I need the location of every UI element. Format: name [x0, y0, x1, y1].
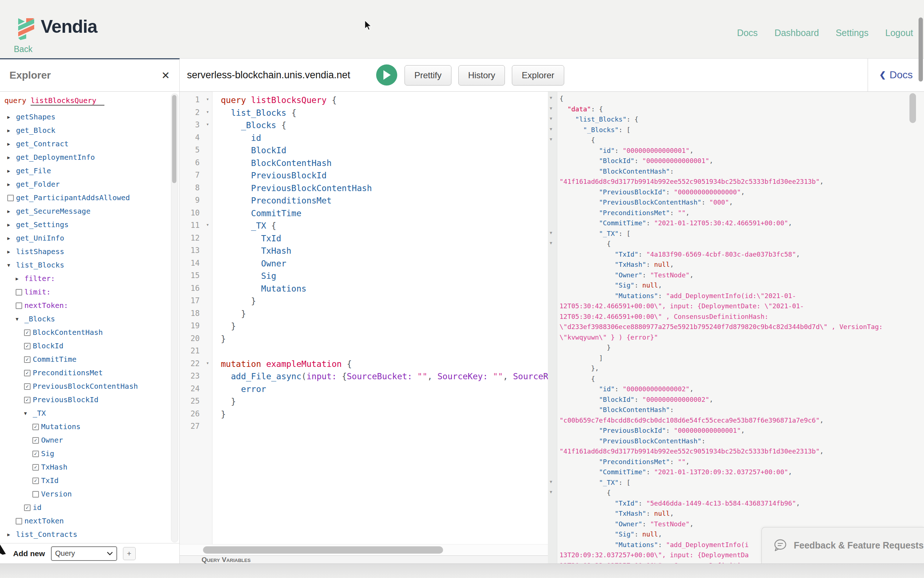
- nav-logout-link[interactable]: Logout: [885, 28, 913, 38]
- history-button[interactable]: History: [458, 65, 505, 86]
- nav-settings-link[interactable]: Settings: [836, 28, 868, 38]
- results-scrollbar-thumb[interactable]: [909, 93, 916, 123]
- code-line-16[interactable]: Mutations: [221, 284, 548, 296]
- explorer-tree-row-Mutations[interactable]: ✓Mutations: [0, 420, 170, 434]
- explorer-tree-row-Version[interactable]: Version: [0, 487, 170, 501]
- editor-code-area[interactable]: query listBlocksQuery { list_Blocks { _B…: [213, 92, 548, 544]
- explorer-tree-row-get_File[interactable]: ▶get_File: [0, 164, 170, 178]
- close-icon[interactable]: ✕: [162, 70, 170, 81]
- code-line-25[interactable]: }: [221, 397, 548, 409]
- code-line-22[interactable]: mutation exampleMutation {: [221, 359, 548, 372]
- explorer-scrollbar[interactable]: [171, 94, 178, 542]
- code-line-23[interactable]: add_File_async(input: {SourceBucket: "",…: [221, 372, 548, 384]
- checkbox-checked-icon[interactable]: ✓: [32, 424, 41, 430]
- checkbox-checked-icon[interactable]: ✓: [24, 370, 33, 377]
- add-new-plus-button[interactable]: +: [123, 547, 136, 560]
- chevron-down-icon[interactable]: ▼: [7, 258, 16, 272]
- explorer-tree-row-PreviousBlockId[interactable]: ✓PreviousBlockId: [0, 393, 170, 407]
- explorer-tree-row-get_ParticipantAddsAllowed[interactable]: get_ParticipantAddsAllowed: [0, 191, 170, 205]
- code-line-8[interactable]: PreviousBlockContentHash: [221, 183, 548, 196]
- code-line-7[interactable]: PreviousBlockId: [221, 171, 548, 183]
- fold-arrow-icon[interactable]: ▾: [550, 115, 552, 121]
- prettify-button[interactable]: Prettify: [405, 65, 451, 86]
- code-line-12[interactable]: TxId: [221, 234, 548, 246]
- code-line-27[interactable]: [221, 422, 548, 434]
- fold-arrow-icon[interactable]: ▾: [550, 136, 552, 142]
- explorer-tree-row-_Blocks[interactable]: ▼_Blocks: [0, 312, 170, 326]
- fold-arrow-icon[interactable]: ▾: [550, 489, 552, 495]
- checkbox-unchecked-icon[interactable]: [32, 491, 41, 498]
- code-line-1[interactable]: query listBlocksQuery {: [221, 95, 548, 108]
- explorer-tree-row-nextToken[interactable]: nextToken:: [0, 299, 170, 312]
- fold-arrow-icon[interactable]: ▾: [550, 240, 552, 246]
- chevron-right-icon[interactable]: ▶: [7, 110, 16, 124]
- add-new-type-select[interactable]: Query: [51, 546, 117, 561]
- checkbox-checked-icon[interactable]: ✓: [24, 383, 33, 390]
- back-link[interactable]: Back: [14, 44, 32, 54]
- window-scrollbar-thumb[interactable]: [919, 18, 923, 81]
- nav-dashboard-link[interactable]: Dashboard: [775, 28, 819, 38]
- fold-arrow-icon[interactable]: ▾: [550, 105, 552, 111]
- chevron-right-icon[interactable]: ▶: [16, 272, 24, 285]
- code-line-13[interactable]: TxHash: [221, 246, 548, 258]
- execute-query-button[interactable]: [376, 65, 397, 86]
- explorer-tree-row-get_Settings[interactable]: ▶get_Settings: [0, 218, 170, 232]
- explorer-tree-row-limit[interactable]: limit:: [0, 285, 170, 299]
- explorer-tree-row-get_Folder[interactable]: ▶get_Folder: [0, 178, 170, 191]
- fold-arrow-icon[interactable]: ▾: [206, 109, 209, 115]
- editor-hscroll-thumb[interactable]: [203, 546, 443, 554]
- checkbox-checked-icon[interactable]: ✓: [24, 343, 33, 349]
- chevron-right-icon[interactable]: ▶: [7, 528, 16, 541]
- chevron-right-icon[interactable]: ▶: [7, 232, 16, 245]
- code-line-19[interactable]: }: [221, 321, 548, 334]
- code-line-26[interactable]: }: [221, 409, 548, 422]
- explorer-tree-row-PreconditionsMet[interactable]: ✓PreconditionsMet: [0, 366, 170, 380]
- chevron-right-icon[interactable]: ▶: [7, 205, 16, 218]
- fold-arrow-icon[interactable]: ▾: [550, 479, 552, 484]
- checkbox-unchecked-icon[interactable]: [16, 289, 24, 295]
- chevron-right-icon[interactable]: ▶: [7, 124, 16, 137]
- explorer-tree-row-Owner[interactable]: ✓Owner: [0, 434, 170, 447]
- chevron-right-icon[interactable]: ▶: [7, 164, 16, 178]
- code-line-3[interactable]: _Blocks {: [221, 120, 548, 133]
- code-line-18[interactable]: }: [221, 309, 548, 321]
- code-line-6[interactable]: BlockContentHash: [221, 158, 548, 171]
- explorer-tree-row-get_Block[interactable]: ▶get_Block: [0, 124, 170, 137]
- checkbox-unchecked-icon[interactable]: [16, 302, 24, 309]
- explorer-tree-row-nextToken[interactable]: nextToken: [0, 514, 170, 528]
- checkbox-checked-icon[interactable]: ✓: [24, 505, 33, 511]
- chevron-right-icon[interactable]: ▶: [7, 178, 16, 191]
- checkbox-checked-icon[interactable]: ✓: [24, 356, 33, 363]
- code-line-17[interactable]: }: [221, 296, 548, 308]
- code-line-24[interactable]: error: [221, 384, 548, 397]
- explorer-tree-row-getShapes[interactable]: ▶getShapes: [0, 110, 170, 124]
- explorer-scrollbar-thumb[interactable]: [172, 95, 176, 183]
- chevron-right-icon[interactable]: ▶: [7, 137, 16, 151]
- explorer-tree-row-get_Contract[interactable]: ▶get_Contract: [0, 137, 170, 151]
- code-line-21[interactable]: [221, 346, 548, 359]
- checkbox-checked-icon[interactable]: ✓: [24, 397, 33, 403]
- fold-arrow-icon[interactable]: ▾: [206, 121, 209, 127]
- explorer-button[interactable]: Explorer: [512, 65, 564, 86]
- nav-docs-link[interactable]: Docs: [737, 28, 758, 38]
- checkbox-checked-icon[interactable]: ✓: [32, 477, 41, 484]
- query-variables-bar[interactable]: Query Variables: [180, 555, 548, 563]
- code-line-20[interactable]: }: [221, 334, 548, 346]
- window-scrollbar[interactable]: [918, 0, 924, 578]
- explorer-tree-row-filter[interactable]: ▶filter:: [0, 272, 170, 285]
- checkbox-checked-icon[interactable]: ✓: [32, 451, 41, 457]
- checkbox-unchecked-icon[interactable]: [7, 195, 16, 201]
- fold-arrow-icon[interactable]: ▾: [550, 95, 552, 101]
- explorer-tree-row-list_Contracts[interactable]: ▶list_Contracts: [0, 528, 170, 541]
- code-line-11[interactable]: _TX {: [221, 221, 548, 233]
- code-line-15[interactable]: Sig: [221, 271, 548, 284]
- explorer-tree-row-TxId[interactable]: ✓TxId: [0, 474, 170, 487]
- chevron-down-icon[interactable]: ▼: [16, 312, 24, 326]
- explorer-tree-row-Sig[interactable]: ✓Sig: [0, 447, 170, 460]
- explorer-tree-row-BlockId[interactable]: ✓BlockId: [0, 339, 170, 353]
- explorer-tree-row-get_SecureMessage[interactable]: ▶get_SecureMessage: [0, 205, 170, 218]
- explorer-tree-row-list_Blocks[interactable]: ▼list_Blocks: [0, 258, 170, 272]
- fold-arrow-icon[interactable]: ▾: [206, 360, 209, 366]
- code-line-5[interactable]: BlockId: [221, 146, 548, 158]
- explorer-tree-row-id[interactable]: ✓id: [0, 501, 170, 514]
